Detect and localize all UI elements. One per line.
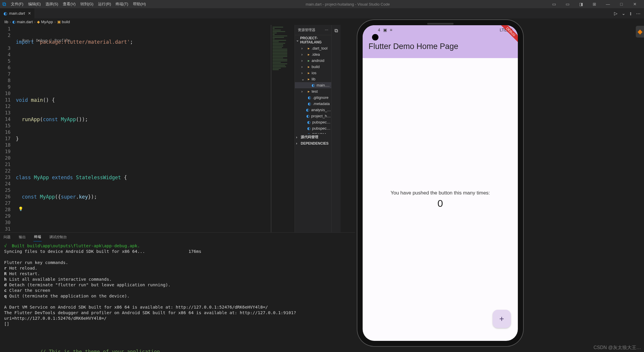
sidebar-section[interactable]: ›DEPENDENCIES xyxy=(295,141,331,146)
file-tree[interactable]: ⌄PROJECT-HUITAILANG ›▸.dart_tool›▸.idea›… xyxy=(295,35,331,134)
menu-help[interactable]: 帮助(H) xyxy=(131,1,148,7)
lightbulb-icon[interactable]: 💡 xyxy=(18,207,23,211)
app-bar: Flutter Demo Home Page xyxy=(363,35,518,58)
blender-icon: ◆ xyxy=(636,26,644,38)
tree-item[interactable]: ◐README.md xyxy=(295,131,331,134)
line-gutter: 1234567891011121314151617181920212223242… xyxy=(0,25,16,232)
menu-terminal[interactable]: 终端(T) xyxy=(113,1,131,7)
sidebar-sections: ›源代码管理›DEPENDENCIES xyxy=(295,134,331,232)
crumb-lib[interactable]: lib xyxy=(4,20,8,24)
tree-item[interactable]: ◐pubspec.lock xyxy=(295,119,331,125)
tab-label: main.dart xyxy=(9,11,25,16)
tree-item[interactable]: ›▸.idea xyxy=(295,51,331,57)
panel-tab-problems[interactable]: 问题 xyxy=(3,233,11,241)
breadcrumb[interactable]: lib› ◐ main.dart› ◆ MyApp› ▣ build xyxy=(0,18,644,25)
tree-item[interactable]: ›▸android xyxy=(295,57,331,64)
run-icon[interactable]: ▷ xyxy=(614,11,618,16)
tree-item[interactable]: ◐pubspec.yaml xyxy=(295,125,331,131)
menu-view[interactable]: 查看(V) xyxy=(60,1,78,7)
minimap[interactable] xyxy=(271,25,295,232)
counter-label: You have pushed the button this many tim… xyxy=(391,190,490,196)
vscode-logo-icon: ⧉ xyxy=(2,1,6,7)
split-editor-icon[interactable]: ⫿ xyxy=(630,11,632,16)
dart-file-icon: ◐ xyxy=(4,11,7,16)
code-editor[interactable]: 1234567891011121314151617181920212223242… xyxy=(0,25,295,232)
editor-tabs: ◐ main.dart ✕ ▷ ⌄ ⫿ ⋯ xyxy=(0,8,644,18)
menu-edit[interactable]: 编辑(E) xyxy=(26,1,43,7)
status-icon-2: ≡ xyxy=(390,28,392,32)
speaker-icon xyxy=(427,23,454,25)
codelens[interactable]: Run | Debug | Profile xyxy=(22,38,70,43)
android-emulator: DEBUG 4 ▣ ≡ LTE ◢ ▮ Flutter Demo Home Pa… xyxy=(357,20,523,346)
more-icon[interactable]: ⋯ xyxy=(636,11,640,16)
tree-item[interactable]: ⌄▸lib xyxy=(295,76,331,82)
tab-main-dart[interactable]: ◐ main.dart ✕ xyxy=(0,8,35,18)
copy-icon[interactable]: ⧉ xyxy=(332,27,341,35)
panel-tab-output[interactable]: 输出 xyxy=(18,233,26,241)
debug-banner: DEBUG xyxy=(498,25,518,45)
sidebar-section[interactable]: ›源代码管理 xyxy=(295,134,331,141)
crumb-class[interactable]: MyApp xyxy=(41,20,53,24)
more-icon[interactable]: ⋯ xyxy=(325,28,328,32)
tree-item[interactable]: ›▸build xyxy=(295,64,331,70)
window-title: main.dart - project-huitailang - Visual … xyxy=(148,2,547,6)
class-icon: ◆ xyxy=(37,20,40,24)
tree-item[interactable]: ◐.metadata xyxy=(295,101,331,107)
explorer-sidebar: 资源管理器 ⋯ ⌄PROJECT-HUITAILANG ›▸.dart_tool… xyxy=(295,25,331,232)
activity-strip: ⧉ xyxy=(331,25,341,232)
dart-file-icon: ◐ xyxy=(12,20,16,24)
tree-item[interactable]: ›▸test xyxy=(295,88,331,94)
layout-icon-3[interactable]: ◨ xyxy=(574,2,588,6)
fab-add-button[interactable]: + xyxy=(493,310,511,328)
tree-item[interactable]: ◐project_huitailang.iml xyxy=(295,113,331,119)
method-icon: ▣ xyxy=(57,20,61,24)
crumb-method[interactable]: build xyxy=(62,20,70,24)
chevron-down-icon[interactable]: ⌄ xyxy=(622,11,626,16)
menubar: ⧉ 文件(F) 编辑(E) 选择(S) 查看(V) 转到(G) 运行(R) 终端… xyxy=(0,0,644,8)
status-icon: ▣ xyxy=(383,28,387,32)
status-bar: 4 ▣ ≡ LTE ◢ ▮ xyxy=(363,25,518,35)
window-close[interactable]: ✕ xyxy=(628,2,642,6)
explorer-title: 资源管理器 xyxy=(298,28,315,33)
panel-tab-terminal[interactable]: 终端 xyxy=(33,233,42,241)
menu-go[interactable]: 转到(G) xyxy=(78,1,96,7)
layout-icon-4[interactable]: ⊞ xyxy=(588,2,601,6)
tree-item[interactable]: ◐analysis_options.yaml xyxy=(295,107,331,113)
layout-icon-2[interactable]: ▭ xyxy=(561,2,574,6)
project-root[interactable]: ⌄PROJECT-HUITAILANG xyxy=(295,35,331,45)
status-time: 4 xyxy=(378,28,380,32)
explorer-header: 资源管理器 ⋯ xyxy=(295,25,331,35)
tree-item[interactable]: ›▸ios xyxy=(295,70,331,76)
emulator-screen[interactable]: DEBUG 4 ▣ ≡ LTE ◢ ▮ Flutter Demo Home Pa… xyxy=(363,25,518,341)
menu-file[interactable]: 文件(F) xyxy=(9,1,26,7)
close-tab-icon[interactable]: ✕ xyxy=(28,11,31,16)
bottom-panel: 问题 输出 终端 调试控制台 √ Built build\app\outputs… xyxy=(0,232,355,335)
layout-icon[interactable]: ▭ xyxy=(547,2,561,6)
crumb-file[interactable]: main.dart xyxy=(17,20,33,24)
window-maximize[interactable]: □ xyxy=(615,2,628,6)
menu-select[interactable]: 选择(S) xyxy=(43,1,60,7)
tree-item[interactable]: ◐main.dart xyxy=(295,82,331,88)
watermark: CSDN @灰太狼大王… xyxy=(594,345,641,351)
menu-run[interactable]: 运行(R) xyxy=(96,1,113,7)
appbar-title: Flutter Demo Home Page xyxy=(369,42,458,51)
code-area[interactable]: import 'package:flutter/material.dart'; … xyxy=(16,25,271,232)
terminal-output[interactable]: √ Built build\app\outputs\flutter-apk\ap… xyxy=(0,241,355,329)
tree-item[interactable]: ◐.gitignore xyxy=(295,94,331,101)
camera-icon xyxy=(372,34,378,40)
counter-value: 0 xyxy=(437,198,443,209)
tree-item[interactable]: ›▸.dart_tool xyxy=(295,45,331,51)
panel-tabs: 问题 输出 终端 调试控制台 xyxy=(0,233,355,241)
window-minimize[interactable]: — xyxy=(601,2,615,6)
panel-tab-debug[interactable]: 调试控制台 xyxy=(49,233,67,241)
app-body: You have pushed the button this many tim… xyxy=(363,58,518,341)
